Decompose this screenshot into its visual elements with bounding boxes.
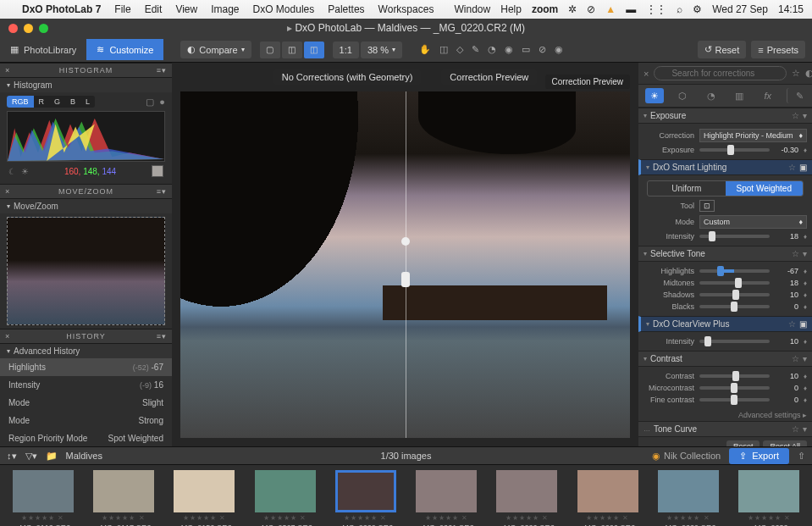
star-icon[interactable]: ☆ bbox=[792, 354, 799, 363]
repair-tool-icon[interactable]: ◔ bbox=[488, 44, 496, 55]
panel-menu-icon[interactable]: ≡▾ bbox=[157, 66, 167, 75]
histogram-header[interactable]: ×HISTOGRAM≡▾ bbox=[0, 63, 172, 78]
thumbnail[interactable]: ★★★★★ ✕_MG_0220.CR2 bbox=[329, 470, 401, 526]
hand-tool-icon[interactable]: ✋ bbox=[419, 44, 431, 55]
thumbnail[interactable]: ★★★★★ ✕_MG_0112.CR2 bbox=[7, 470, 79, 526]
thumbnail[interactable]: ★★★★★ ✕_MG_0156.CR2 bbox=[168, 470, 240, 526]
spotlight-icon[interactable]: ⌕ bbox=[677, 3, 682, 15]
view-mode-split[interactable]: ◫ bbox=[304, 42, 324, 58]
wb-tool-icon[interactable]: ✎ bbox=[472, 44, 479, 55]
view-mode-1[interactable]: ▢ bbox=[260, 42, 280, 58]
nik-collection-button[interactable]: ◉Nik Collection bbox=[652, 451, 721, 462]
rating-stars[interactable]: ★★★★★ ✕ bbox=[586, 514, 629, 522]
rating-stars[interactable]: ★★★★★ ✕ bbox=[263, 514, 307, 522]
zoom-window[interactable] bbox=[39, 24, 48, 33]
spotweighted-option[interactable]: Spot Weighted bbox=[726, 181, 804, 196]
histogram-subheader[interactable]: ▾Histogram bbox=[0, 78, 172, 92]
compare-button[interactable]: ◐Compare▾ bbox=[180, 41, 251, 58]
menu-workspaces[interactable]: Workspaces bbox=[378, 3, 434, 15]
menubar-time[interactable]: 14:15 bbox=[778, 3, 804, 15]
redeye-tool-icon[interactable]: ◉ bbox=[505, 44, 513, 55]
panel-menu-icon[interactable]: ≡▾ bbox=[157, 187, 167, 196]
zoom-app[interactable]: zoom bbox=[532, 3, 558, 15]
history-row[interactable]: Intensity(-9) 16 bbox=[0, 376, 172, 394]
filter-icon[interactable]: ◐ bbox=[805, 68, 812, 79]
menu-view[interactable]: View bbox=[175, 3, 197, 15]
crop-tool-icon[interactable]: ◫ bbox=[439, 44, 448, 55]
reset-all-button[interactable]: Reset All bbox=[763, 440, 807, 446]
rating-stars[interactable]: ★★★★★ ✕ bbox=[748, 514, 791, 522]
advanced-settings-link[interactable]: Advanced settings ▸ bbox=[638, 409, 812, 421]
monitor-icon[interactable]: ▢ bbox=[146, 97, 154, 108]
tone-slider[interactable] bbox=[699, 305, 770, 308]
detail-category-icon[interactable]: ◔ bbox=[702, 88, 721, 103]
exposure-slider[interactable] bbox=[699, 148, 770, 152]
share-icon[interactable]: ⇧ bbox=[798, 451, 805, 462]
sort-icon[interactable]: ↕▾ bbox=[7, 451, 17, 462]
tag-tool-icon[interactable]: ⊘ bbox=[539, 44, 546, 55]
image-canvas[interactable] bbox=[180, 91, 630, 438]
movezoom-subheader[interactable]: ▾Move/Zoom bbox=[0, 199, 172, 213]
rating-stars[interactable]: ★★★★★ ✕ bbox=[183, 514, 226, 522]
contrast-slider[interactable] bbox=[699, 374, 770, 378]
clearview-slider[interactable] bbox=[699, 340, 770, 343]
thumbnail[interactable]: ★★★★★ ✕_MG_0226.CR2 bbox=[572, 470, 644, 526]
channel-b[interactable]: B bbox=[65, 96, 80, 108]
movezoom-header[interactable]: ×MOVE/ZOOM≡▾ bbox=[0, 184, 172, 199]
view-mode-2[interactable]: ◫ bbox=[282, 42, 302, 58]
minimize-window[interactable] bbox=[24, 24, 33, 33]
compare-divider[interactable] bbox=[406, 91, 406, 438]
thumbnail[interactable]: ★★★★★ ✕_MG_0229.CR2 bbox=[652, 470, 724, 526]
tone-slider[interactable] bbox=[699, 281, 770, 285]
search-input[interactable] bbox=[654, 66, 787, 80]
star-icon[interactable]: ☆ bbox=[792, 68, 800, 79]
intensity-slider[interactable] bbox=[699, 235, 770, 238]
channel-r[interactable]: R bbox=[34, 96, 50, 108]
notification-icon[interactable]: ▲ bbox=[605, 3, 616, 15]
customize-tab[interactable]: ≋Customize bbox=[86, 39, 163, 60]
filter-icon[interactable]: ▽▾ bbox=[25, 451, 37, 462]
collapse-icon[interactable]: × bbox=[5, 66, 10, 75]
tonecurve-section-header[interactable]: …Tone Curve☆▾ bbox=[638, 421, 812, 437]
export-button[interactable]: ⇪Export bbox=[729, 448, 789, 464]
menu-icon[interactable]: ▾ bbox=[803, 111, 807, 120]
menu-help[interactable]: Help bbox=[500, 3, 522, 15]
contrast-section-header[interactable]: ▾Contrast☆▾ bbox=[638, 351, 812, 367]
rating-stars[interactable]: ★★★★★ ✕ bbox=[102, 514, 145, 522]
close-window[interactable] bbox=[8, 24, 18, 33]
star-icon[interactable]: ☆ bbox=[792, 424, 799, 434]
highlight-clip-icon[interactable]: ☀ bbox=[21, 167, 29, 176]
history-header[interactable]: ×HISTORY≡▾ bbox=[0, 329, 172, 344]
mode-dropdown[interactable]: Custom♦ bbox=[699, 215, 807, 229]
divider-grip[interactable] bbox=[401, 272, 410, 287]
collapse-icon[interactable]: × bbox=[5, 332, 10, 341]
preview-tool-icon[interactable]: ◉ bbox=[555, 44, 563, 55]
mask-tool-icon[interactable]: ▭ bbox=[522, 44, 530, 55]
clearview-section-header[interactable]: ▾DxO ClearView Plus☆▣ bbox=[638, 316, 812, 332]
contrast-slider[interactable] bbox=[699, 386, 770, 390]
star-icon[interactable]: ☆ bbox=[792, 249, 799, 258]
smartlighting-mode-segment[interactable]: UniformSpot Weighted bbox=[647, 180, 804, 197]
brush-icon[interactable]: ✎ bbox=[787, 88, 805, 103]
history-subheader[interactable]: ▾Advanced History bbox=[0, 344, 172, 358]
menu-palettes[interactable]: Palettes bbox=[328, 3, 364, 15]
rating-stars[interactable]: ★★★★★ ✕ bbox=[344, 514, 387, 522]
toggle-icon[interactable]: ▣ bbox=[799, 163, 807, 172]
star-icon[interactable]: ☆ bbox=[788, 319, 796, 329]
thumbnail[interactable]: ★★★★★ ✕_MG_0117.CR2 bbox=[87, 470, 159, 526]
presets-button[interactable]: ≡Presets bbox=[751, 41, 805, 58]
menu-window[interactable]: Window bbox=[455, 3, 491, 15]
rating-stars[interactable]: ★★★★★ ✕ bbox=[21, 514, 64, 522]
clip-icon[interactable]: ● bbox=[159, 97, 165, 108]
menu-dxo-modules[interactable]: DxO Modules bbox=[253, 3, 315, 15]
channel-g[interactable]: G bbox=[49, 96, 65, 108]
reset-button[interactable]: ↺Reset bbox=[698, 41, 747, 58]
star-icon[interactable]: ☆ bbox=[788, 163, 796, 172]
channel-l[interactable]: L bbox=[80, 96, 95, 108]
zoom-ratio[interactable]: 1:1 bbox=[333, 42, 359, 58]
straighten-tool-icon[interactable]: ◇ bbox=[456, 44, 463, 55]
menubar-date[interactable]: Wed 27 Sep bbox=[712, 3, 768, 15]
reset-section-button[interactable]: Reset bbox=[726, 440, 760, 446]
toggle-icon[interactable]: ▣ bbox=[799, 319, 807, 329]
menu-image[interactable]: Image bbox=[211, 3, 239, 15]
